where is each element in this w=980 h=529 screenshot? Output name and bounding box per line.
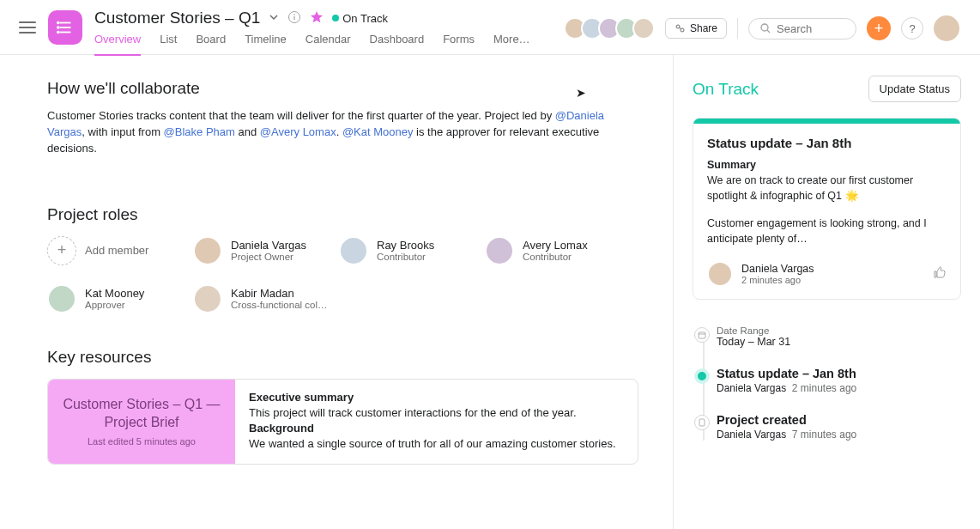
background-label: Background (249, 422, 314, 435)
collab-heading: How we'll collaborate (47, 79, 638, 98)
share-label: Share (690, 22, 717, 34)
help-button[interactable]: ? (901, 17, 923, 40)
svg-line-12 (767, 30, 770, 33)
search-icon (759, 22, 771, 34)
timeline-author: Daniela Vargas (717, 429, 786, 441)
star-icon[interactable] (310, 10, 324, 27)
tab-more[interactable]: More… (493, 33, 530, 56)
header-avatars[interactable] (569, 17, 655, 40)
tabs: Overview List Board Timeline Calendar Da… (94, 33, 569, 56)
document-icon (694, 415, 710, 430)
tab-calendar[interactable]: Calendar (305, 33, 351, 56)
chevron-down-icon[interactable] (269, 12, 279, 25)
info-icon[interactable] (287, 10, 301, 27)
timeline-title: Status update – Jan 8th (717, 367, 961, 380)
roles-grid: + Add member Daniela VargasProject Owner… (47, 236, 638, 313)
summary-text: We are on track to create our first cust… (707, 173, 947, 204)
user-avatar[interactable] (934, 15, 959, 41)
status-pill[interactable]: On Track (332, 12, 388, 25)
author-time: 2 minutes ago (741, 275, 814, 285)
calendar-icon (694, 327, 710, 343)
brief-card[interactable]: Customer Stories – Q1 — Project Brief La… (47, 379, 638, 465)
brief-thumbnail: Customer Stories – Q1 — Project Brief La… (48, 380, 235, 464)
role-item[interactable]: Avery LomaxContributor (485, 236, 631, 265)
update-status-button[interactable]: Update Status (868, 76, 961, 102)
background-text: We wanted a single source of truth for a… (249, 436, 616, 452)
role-name: Kat Mooney (85, 287, 144, 300)
project-icon[interactable] (48, 10, 82, 45)
role-sub: Approver (85, 300, 144, 310)
brief-preview: Executive summary This project will trac… (235, 380, 630, 464)
search-field[interactable] (777, 22, 845, 35)
project-title[interactable]: Customer Stories – Q1 (94, 9, 260, 27)
status-update-card[interactable]: Status update – Jan 8th Summary We are o… (693, 118, 961, 300)
role-sub: Cross-functional col… (231, 300, 327, 310)
role-sub: Contributor (377, 252, 434, 262)
role-item[interactable]: Ray BrooksContributor (339, 236, 485, 265)
exec-summary-label: Executive summary (249, 391, 354, 404)
role-name: Avery Lomax (523, 239, 588, 252)
plus-icon: + (47, 236, 76, 265)
roles-heading: Project roles (47, 205, 638, 224)
role-name: Ray Brooks (377, 239, 434, 252)
avatar (485, 236, 514, 265)
avatar (193, 284, 222, 313)
brief-title: Customer Stories – Q1 — Project Brief (62, 396, 221, 432)
tab-overview[interactable]: Overview (94, 33, 141, 56)
tab-board[interactable]: Board (196, 33, 226, 56)
share-button[interactable]: Share (665, 18, 727, 39)
status-body-text: Customer engagement is looking strong, a… (707, 216, 947, 246)
timeline-item[interactable]: Status update – Jan 8th Daniela Vargas 2… (717, 367, 961, 394)
tab-forms[interactable]: Forms (443, 33, 475, 56)
timeline-time: 7 minutes ago (792, 429, 856, 441)
date-range-label: Date Range (717, 325, 961, 336)
svg-point-9 (676, 25, 680, 28)
tab-dashboard[interactable]: Dashboard (370, 33, 425, 56)
right-panel: On Track Update Status Status update – J… (673, 55, 980, 529)
add-member-label: Add member (85, 244, 148, 257)
exec-summary-text: This project will track customer interac… (249, 405, 616, 421)
svg-rect-13 (699, 332, 705, 338)
search-input[interactable] (748, 18, 856, 40)
avatar (632, 17, 655, 40)
role-name: Kabir Madan (231, 287, 327, 300)
avatar (707, 261, 733, 287)
like-icon[interactable] (933, 265, 947, 282)
mention-blake[interactable]: @Blake Pham (164, 125, 235, 138)
status-card-title: Status update – Jan 8th (707, 136, 947, 150)
svg-rect-15 (699, 419, 705, 426)
activity-timeline: Date Range Today – Mar 31 Status update … (693, 325, 961, 441)
role-item[interactable]: Kabir MadanCross-functional col… (193, 284, 339, 313)
status-dot-icon (694, 368, 710, 384)
role-sub: Project Owner (231, 252, 306, 262)
timeline-date-range[interactable]: Date Range Today – Mar 31 (717, 325, 961, 348)
divider (737, 18, 738, 39)
svg-point-5 (57, 32, 59, 33)
svg-point-7 (293, 14, 295, 15)
role-item[interactable]: Daniela VargasProject Owner (193, 236, 339, 265)
tab-timeline[interactable]: Timeline (245, 33, 287, 56)
role-item[interactable]: Kat MooneyApprover (47, 284, 193, 313)
timeline-item[interactable]: Project created Daniela Vargas 7 minutes… (717, 413, 961, 441)
main-panel: How we'll collaborate Customer Stories t… (0, 55, 673, 529)
avatar (193, 236, 222, 265)
role-name: Daniela Vargas (231, 239, 306, 252)
topbar: Customer Stories – Q1 On Track Overview … (0, 0, 980, 55)
tab-list[interactable]: List (160, 33, 177, 56)
timeline-author: Daniela Vargas (717, 382, 786, 394)
date-range-value: Today – Mar 31 (717, 336, 961, 348)
collab-text: Customer Stories tracks content that the… (47, 108, 638, 157)
status-dot-icon (332, 15, 339, 21)
right-status-title: On Track (693, 80, 759, 99)
status-label: On Track (342, 12, 388, 25)
mention-avery[interactable]: @Avery Lomax (260, 125, 336, 138)
add-member-button[interactable]: + Add member (47, 236, 193, 265)
svg-point-3 (57, 27, 59, 28)
brief-subtitle: Last edited 5 minutes ago (88, 436, 196, 447)
timeline-title: Project created (717, 413, 961, 427)
author-name: Daniela Vargas (741, 263, 814, 275)
add-button[interactable]: + (867, 16, 891, 40)
menu-icon[interactable] (19, 19, 36, 36)
svg-point-1 (57, 22, 59, 24)
mention-kat[interactable]: @Kat Mooney (342, 125, 414, 138)
